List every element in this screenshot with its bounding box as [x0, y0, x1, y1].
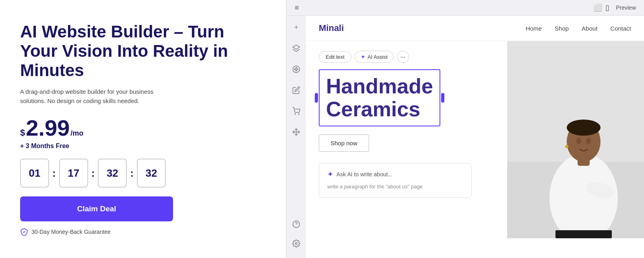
guarantee: 30-Day Money-Back Guarantee	[20, 228, 266, 236]
hero-section: Edit text ✦ AI Assist ··· Handmade Ceram…	[306, 41, 644, 238]
shop-now-button[interactable]: Shop now	[319, 134, 369, 152]
browser-preview: Minali Home Shop About Contact Edit text…	[306, 16, 644, 258]
price-amount: 2.99	[26, 117, 70, 139]
preview-button[interactable]: Preview	[616, 4, 636, 11]
site-logo: Minali	[319, 23, 344, 33]
help-icon[interactable]	[290, 218, 303, 231]
countdown-sep3: :	[130, 167, 134, 180]
edit-toolbar: Edit text ✦ AI Assist ···	[319, 51, 494, 63]
svg-point-22	[586, 138, 591, 144]
guarantee-text: 30-Day Money-Back Guarantee	[31, 229, 111, 235]
toolbar-left: ≡	[295, 4, 299, 12]
svg-point-4	[294, 69, 295, 70]
settings-icon[interactable]	[290, 237, 303, 250]
device-icons: ⬜ ▯	[593, 3, 609, 12]
ai-star-icon: ✦	[361, 54, 365, 60]
site-nav: Home Shop About Contact	[526, 25, 631, 32]
headline: AI Website Builder – Turn Your Vision In…	[20, 22, 266, 80]
countdown-d1: 01	[20, 159, 49, 188]
more-options-button[interactable]: ···	[397, 51, 409, 63]
hero-person-svg	[507, 41, 644, 238]
editor-toolbar: ≡ ⬜ ▯ Preview	[287, 0, 644, 16]
cart-icon[interactable]	[290, 105, 303, 118]
hero-content: Edit text ✦ AI Assist ··· Handmade Ceram…	[306, 41, 507, 238]
price-block: $ 2.99 /mo	[20, 117, 266, 139]
hero-title-line2: Ceramics	[326, 97, 420, 121]
countdown-d3: 32	[98, 159, 127, 188]
tablet-icon[interactable]: ▯	[605, 3, 609, 12]
svg-point-3	[297, 69, 298, 70]
svg-point-12	[295, 243, 297, 245]
palette-icon[interactable]	[290, 63, 303, 76]
add-icon[interactable]: +	[290, 21, 303, 34]
nav-home[interactable]: Home	[526, 25, 542, 32]
toolbar-right: ⬜ ▯ Preview	[593, 3, 636, 12]
move-icon[interactable]	[290, 126, 303, 138]
side-icon-bar: +	[287, 16, 306, 143]
subtitle: A drag-and-drop website builder for your…	[20, 87, 173, 105]
ai-assist-label: AI Assist	[367, 54, 388, 60]
side-icon-bar-bottom	[287, 218, 306, 250]
svg-marker-0	[293, 45, 300, 50]
countdown: 01 : 17 : 32 : 32	[20, 159, 266, 188]
svg-point-5	[296, 70, 297, 71]
free-months: + 3 Months Free	[20, 142, 266, 150]
svg-point-23	[565, 145, 568, 148]
monitor-icon[interactable]: ⬜	[593, 3, 602, 12]
svg-point-20	[567, 120, 601, 136]
site-header: Minali Home Shop About Contact	[306, 16, 644, 41]
ai-panel-placeholder: write a paragraph for the "about us" pag…	[327, 183, 463, 191]
hero-title: Handmade Ceramics	[326, 75, 433, 121]
claim-deal-button[interactable]: Claim Deal	[20, 196, 173, 221]
hamburger-icon[interactable]: ≡	[295, 4, 299, 12]
svg-point-6	[295, 114, 296, 115]
price-dollar: $	[20, 128, 25, 138]
ai-assist-button[interactable]: ✦ AI Assist	[355, 51, 394, 63]
svg-point-7	[299, 114, 299, 115]
edit-icon[interactable]	[290, 84, 303, 97]
price-period: /mo	[70, 129, 83, 138]
ai-panel: ✦ Ask AI to write about... write a parag…	[319, 163, 472, 198]
ai-panel-header: ✦ Ask AI to write about...	[327, 170, 463, 179]
right-panel: ≡ ⬜ ▯ Preview +	[287, 0, 644, 258]
countdown-d4: 32	[137, 159, 166, 188]
svg-point-1	[293, 66, 300, 73]
svg-point-21	[576, 138, 581, 144]
svg-rect-24	[555, 230, 612, 238]
hero-title-box[interactable]: Handmade Ceramics	[319, 69, 440, 126]
nav-shop[interactable]: Shop	[555, 25, 569, 32]
countdown-d2: 17	[59, 159, 88, 188]
left-panel: AI Website Builder – Turn Your Vision In…	[0, 0, 286, 258]
hero-title-line1: Handmade	[326, 74, 433, 98]
ai-panel-title: Ask AI to write about...	[336, 171, 392, 178]
ai-sparkle-icon: ✦	[327, 170, 333, 179]
countdown-sep2: :	[91, 167, 95, 180]
countdown-sep1: :	[52, 167, 56, 180]
nav-about[interactable]: About	[582, 25, 597, 32]
hero-image	[507, 41, 644, 238]
layers-icon[interactable]	[290, 42, 303, 55]
shield-icon	[20, 228, 28, 236]
nav-contact[interactable]: Contact	[610, 25, 631, 32]
edit-text-button[interactable]: Edit text	[319, 51, 351, 63]
svg-point-2	[296, 67, 297, 68]
